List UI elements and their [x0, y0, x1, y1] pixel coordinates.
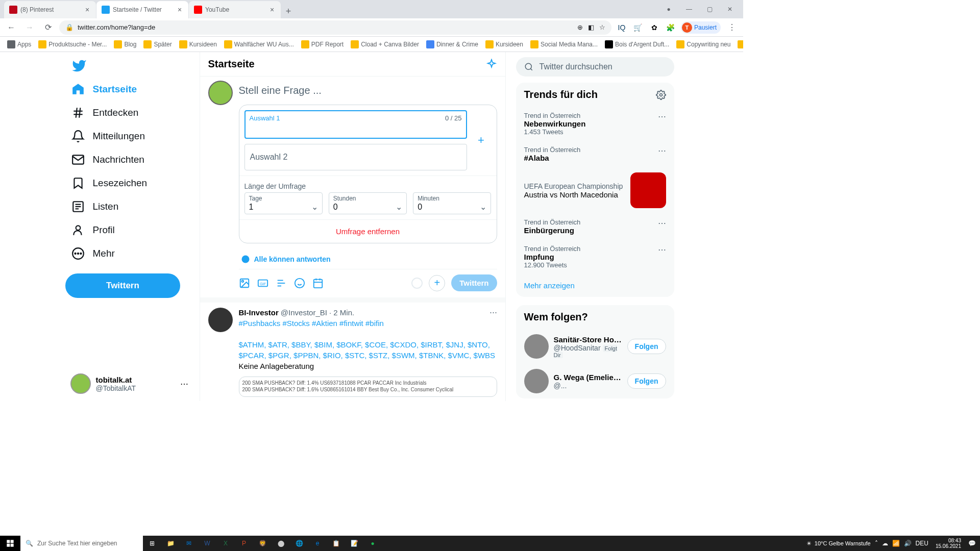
search-input[interactable]: Twitter durchsuchen — [516, 57, 674, 77]
nav-explore[interactable]: Entdecken — [65, 101, 193, 124]
nav-messages[interactable]: Nachrichten — [65, 148, 193, 171]
bookmark-item[interactable]: Später — [140, 38, 175, 51]
poll-option-2[interactable]: Auswahl 2 — [244, 144, 467, 170]
back-button[interactable]: ← — [4, 20, 18, 35]
close-icon[interactable]: × — [176, 6, 183, 13]
compose-placeholder[interactable]: Stell eine Frage ... — [239, 81, 497, 105]
poll-minutes-select[interactable]: Minuten 0⌄ — [413, 192, 491, 214]
nav-notifications[interactable]: Mitteilungen — [65, 124, 193, 148]
bookmark-item[interactable]: Bois d'Argent Duft... — [602, 38, 672, 51]
trend-more-icon[interactable]: ⋯ — [658, 112, 666, 121]
tweet-hashtags[interactable]: #Pushbacks #Stocks #Aktien #fintwit #bif… — [239, 319, 384, 328]
trend-more-icon[interactable]: ⋯ — [658, 245, 666, 255]
tweet-author-handle[interactable]: @Investor_BI — [281, 308, 327, 317]
poll-char-counter: 0 / 25 — [445, 114, 462, 122]
follow-button[interactable]: Folgen — [627, 373, 666, 389]
forward-button[interactable]: → — [22, 20, 37, 35]
poll-icon[interactable] — [276, 278, 287, 289]
nav-lists[interactable]: Listen — [65, 195, 193, 218]
nav-label: Lesezeichen — [93, 178, 148, 189]
tweet-submit-button[interactable]: Twittern — [451, 274, 497, 291]
bookmark-item[interactable]: Wahlfächer WU Aus... — [221, 38, 297, 51]
install-icon[interactable]: ⊕ — [577, 23, 583, 31]
nav-home[interactable]: Startseite — [65, 78, 193, 101]
tweet-button[interactable]: Twittern — [65, 273, 181, 298]
follow-button[interactable]: Folgen — [627, 339, 666, 354]
trend-event-card[interactable]: UEFA European Championship Austria vs No… — [516, 167, 674, 213]
bookmark-item[interactable]: Blog — [111, 38, 139, 51]
trend-item[interactable]: Trend in Österreich Einbürgerung ⋯ — [516, 213, 674, 240]
gif-icon[interactable]: GIF — [257, 278, 268, 289]
tweet-avatar[interactable] — [208, 308, 233, 332]
extensions-menu-icon[interactable]: 🧩 — [665, 21, 677, 34]
follow-suggestion[interactable]: Sanitär-Store Hood @HoodSanitarFolgt Dir… — [516, 329, 674, 364]
new-tab-button[interactable]: + — [281, 4, 296, 18]
extension-icon[interactable]: ◧ — [588, 23, 594, 31]
media-icon[interactable] — [239, 278, 250, 289]
youtube-favicon — [194, 6, 202, 14]
nav-profile[interactable]: Profil — [65, 218, 193, 242]
tweet-more-icon[interactable]: ⋯ — [489, 308, 497, 317]
gear-icon[interactable] — [656, 90, 666, 100]
address-bar[interactable]: 🔒 twitter.com/home?lang=de ⊕ ◧ ☆ — [59, 20, 611, 35]
minimize-button[interactable]: — — [682, 2, 696, 16]
bookmark-item[interactable]: PDF Report — [298, 38, 347, 51]
trend-item[interactable]: Trend in Österreich Impfung 12.900 Tweet… — [516, 240, 674, 274]
bookmark-item[interactable]: Kursideen — [482, 38, 526, 51]
trend-more-icon[interactable]: ⋯ — [658, 218, 666, 228]
follow-suggestion[interactable]: G. Wega (Emelie Whi... @... Folgen — [516, 364, 674, 398]
poll-option-1[interactable]: Auswahl 1 0 / 25 — [244, 110, 467, 139]
browser-tab-youtube[interactable]: YouTube × — [189, 1, 281, 18]
svg-point-14 — [241, 256, 249, 263]
schedule-icon[interactable] — [312, 278, 324, 289]
maximize-button[interactable]: ▢ — [702, 2, 717, 16]
bookmark-item[interactable]: Cload + Canva Bilder — [348, 38, 422, 51]
close-icon[interactable]: × — [268, 6, 276, 13]
nav-bookmarks[interactable]: Lesezeichen — [65, 171, 193, 195]
tweet-tickers[interactable]: $ATHM, $ATR, $BBY, $BIM, $BOKF, $COE, $C… — [239, 340, 496, 360]
remove-poll-button[interactable]: Umfrage entfernen — [239, 219, 497, 243]
bookmark-item[interactable]: Videokurs Ideen — [734, 38, 743, 51]
add-poll-option-button[interactable]: + — [471, 134, 492, 147]
trend-item[interactable]: Trend in Österreich #Alaba ⋯ — [516, 141, 674, 167]
bookmark-item[interactable]: Social Media Mana... — [527, 38, 601, 51]
ellipsis-icon: ⋯ — [180, 379, 188, 389]
chrome-menu-button[interactable]: ⋮ — [725, 20, 739, 35]
bookmark-item[interactable]: Kursideen — [176, 38, 220, 51]
trend-item[interactable]: Trend in Österreich Nebenwirkungen 1.453… — [516, 107, 674, 141]
reply-permissions[interactable]: Alle können antworten — [239, 249, 497, 269]
bookmark-icon — [71, 177, 85, 190]
account-switcher[interactable]: tobitalk.at @TobitalkAT ⋯ — [65, 368, 193, 399]
star-icon[interactable]: ☆ — [599, 23, 605, 31]
profile-chip[interactable]: T Pausiert — [681, 21, 721, 34]
poll-hours-select[interactable]: Stunden 0⌄ — [329, 192, 407, 214]
suggestion-avatar — [524, 369, 549, 393]
tweet-timestamp[interactable]: · 2 Min. — [329, 308, 354, 317]
sparkle-icon[interactable] — [486, 59, 497, 70]
bookmark-item[interactable]: Copywriting neu — [673, 38, 733, 51]
account-icon[interactable]: ● — [662, 2, 676, 16]
close-window-button[interactable]: ✕ — [723, 2, 737, 16]
nav-more[interactable]: Mehr — [65, 242, 193, 265]
chevron-down-icon: ⌄ — [480, 202, 486, 212]
bookmark-item[interactable]: Dinner & Crime — [423, 38, 481, 51]
bookmark-item[interactable]: Produktsuche - Mer... — [35, 38, 110, 51]
extension-idealo-icon[interactable]: IQ — [616, 21, 628, 34]
emoji-icon[interactable] — [294, 278, 305, 289]
trends-show-more[interactable]: Mehr anzeigen — [516, 274, 674, 297]
apps-button[interactable]: ⠿Apps — [4, 38, 34, 51]
close-icon[interactable]: × — [84, 6, 91, 13]
browser-tab-twitter[interactable]: Startseite / Twitter × — [96, 1, 188, 18]
reload-button[interactable]: ⟳ — [41, 20, 55, 35]
add-thread-button[interactable]: + — [429, 275, 445, 291]
tweet-author-name[interactable]: BI-Investor — [239, 308, 279, 317]
trend-more-icon[interactable]: ⋯ — [658, 146, 666, 156]
timeline-tweet[interactable]: BI-Investor @Investor_BI · 2 Min. ⋯ #Pus… — [200, 303, 505, 401]
compose-avatar[interactable] — [208, 81, 233, 105]
poll-days-select[interactable]: Tage 1⌄ — [244, 192, 323, 214]
browser-tab-pinterest[interactable]: (8) Pinterest × — [4, 1, 96, 18]
twitter-logo[interactable] — [65, 54, 193, 78]
tweet-attached-image[interactable]: 200 SMA PUSHBACK? Diff: 1.4% US693718108… — [239, 377, 497, 397]
extension-flower-icon[interactable]: ✿ — [648, 21, 660, 34]
extension-cart-icon[interactable]: 🛒 — [632, 21, 644, 34]
